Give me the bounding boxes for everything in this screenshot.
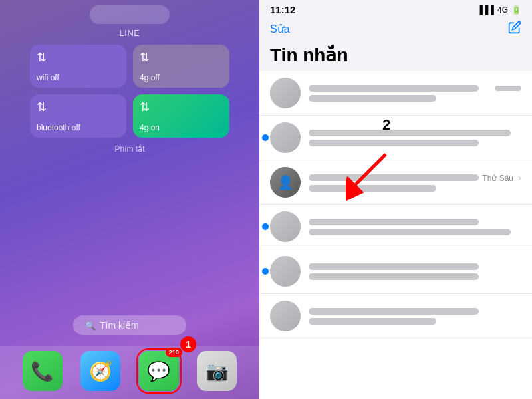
step1-badge: 1 [180, 336, 196, 352]
message-row[interactable] [259, 71, 532, 116]
phim-tat-label: Phím tắt [114, 144, 144, 154]
avatar [270, 301, 301, 331]
top-pill-area [0, 0, 259, 27]
shortcut-wifi-label: wifi off [37, 73, 120, 82]
dock: 📞 🧭 💬 218 📷 [0, 346, 259, 399]
message-row[interactable] [259, 249, 532, 294]
shortcut-bluetooth[interactable]: ⇅ bluetooth off [30, 94, 126, 138]
message-name-blurred [309, 263, 479, 270]
shortcut-4g-on-label: 4g on [140, 123, 223, 132]
signal-label: 4G [497, 5, 508, 15]
search-bar[interactable]: 🔍 Tìm kiếm [73, 315, 186, 335]
message-name-blurred [309, 85, 479, 92]
message-row[interactable]: 👤 Thứ Sáu › [259, 160, 532, 205]
bluetooth-icon: ⇅ [37, 100, 47, 114]
shortcut-wifi[interactable]: ⇅ wifi off [30, 45, 126, 88]
unread-dot [262, 134, 269, 141]
search-icon: 🔍 [85, 321, 96, 331]
message-row[interactable] [259, 116, 532, 160]
left-panel: LINE ⇅ wifi off ⇅ 4g off ⇅ bluetooth off… [0, 0, 259, 399]
shortcut-4g-on[interactable]: ⇅ 4g on [133, 94, 229, 138]
4g-on-icon: ⇅ [140, 100, 150, 114]
sua-button[interactable]: Sửa [270, 23, 290, 35]
shortcut-bluetooth-label: bluetooth off [37, 123, 120, 132]
message-row[interactable] [259, 205, 532, 249]
message-content: Thứ Sáu › [309, 172, 521, 193]
message-name-blurred [309, 174, 479, 181]
status-icons: ▐▐▐ 4G 🔋 [477, 5, 521, 15]
avatar [270, 256, 301, 287]
signal-bars-icon: ▐▐▐ [477, 5, 494, 15]
shortcut-4g-off-label: 4g off [140, 73, 223, 82]
shortcut-4g-off[interactable]: ⇅ 4g off [133, 45, 229, 88]
message-time: Thứ Sáu › [482, 172, 521, 183]
app-label: LINE [120, 28, 140, 38]
message-preview-blurred [309, 95, 436, 102]
messages-icon: 💬 [147, 360, 170, 382]
right-panel: 11:12 ▐▐▐ 4G 🔋 Sửa Tin nhắn 2 [259, 0, 532, 399]
avatar [270, 122, 301, 153]
compose-button[interactable] [508, 21, 521, 37]
message-content [309, 217, 521, 237]
message-name-blurred [309, 308, 479, 315]
dock-messages[interactable]: 💬 218 [139, 351, 179, 391]
status-time: 11:12 [270, 4, 295, 15]
status-bar: 11:12 ▐▐▐ 4G 🔋 [259, 0, 532, 18]
message-row[interactable] [259, 294, 532, 338]
phone-icon: 📞 [31, 360, 54, 382]
message-content [309, 84, 521, 103]
search-bar-row: 🔍 Tìm kiếm 1 [0, 315, 259, 335]
message-preview-blurred [309, 140, 479, 146]
message-preview-blurred [309, 318, 436, 325]
message-preview-blurred [309, 185, 436, 192]
messages-list: 👤 Thứ Sáu › [259, 71, 532, 399]
message-preview-blurred [309, 273, 479, 280]
search-label: Tìm kiếm [100, 320, 139, 331]
avatar: 👤 [270, 167, 301, 198]
tin-nhan-title: Tin nhắn [259, 43, 532, 71]
avatar [270, 211, 301, 242]
message-name-blurred [309, 130, 511, 136]
message-time-blurred [495, 86, 521, 91]
step2-badge: 2 [382, 116, 390, 134]
message-content [309, 262, 521, 281]
battery-icon: 🔋 [511, 5, 521, 15]
top-pill [90, 5, 170, 24]
messages-badge: 218 [166, 348, 182, 357]
messages-header: Sửa [259, 18, 532, 43]
dock-camera[interactable]: 📷 [197, 351, 237, 391]
camera-icon: 📷 [205, 360, 229, 382]
message-name-blurred [309, 219, 479, 225]
wifi-icon: ⇅ [37, 50, 47, 65]
shortcuts-grid: ⇅ wifi off ⇅ 4g off ⇅ bluetooth off ⇅ 4g… [30, 45, 229, 138]
message-content [309, 128, 521, 148]
message-content [309, 307, 521, 326]
message-preview-blurred [309, 229, 511, 235]
unread-dot [262, 223, 269, 230]
dock-phone[interactable]: 📞 [23, 351, 63, 391]
avatar [270, 78, 301, 108]
dock-safari[interactable]: 🧭 [80, 351, 120, 391]
safari-icon: 🧭 [89, 360, 112, 382]
4g-off-icon: ⇅ [140, 50, 150, 65]
unread-dot [262, 268, 269, 275]
